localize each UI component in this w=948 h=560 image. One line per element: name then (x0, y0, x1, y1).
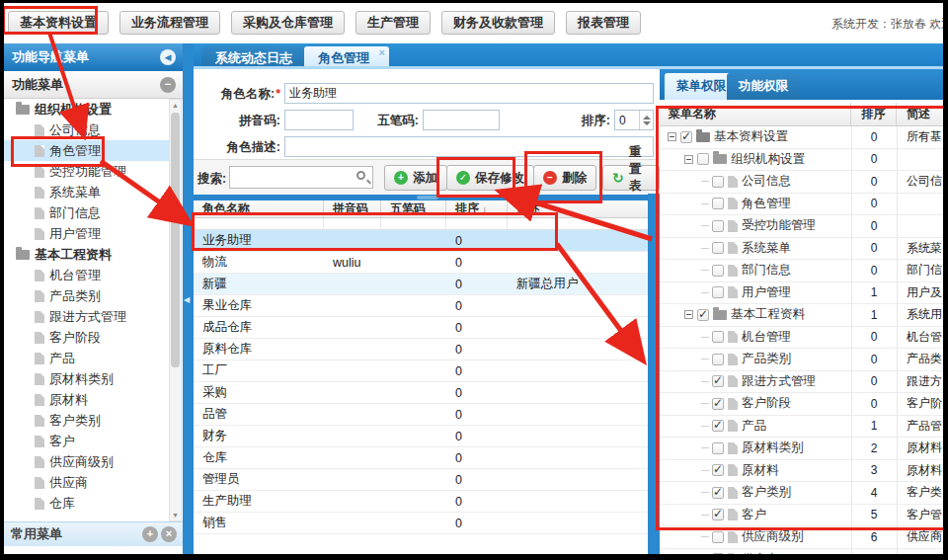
add-button[interactable]: + 添加 (384, 165, 447, 191)
column-header[interactable]: 角色名称 (194, 200, 324, 217)
sidebar-tree-item[interactable]: 供应商级别 (4, 451, 169, 472)
sidebar-tree-item[interactable]: 公司信息 (4, 120, 169, 140)
top-nav-item[interactable]: 财务及收款管理 (441, 11, 555, 35)
sort-spinner[interactable] (639, 111, 653, 129)
table-row[interactable]: 销售0 (194, 513, 648, 534)
permission-checkbox[interactable] (712, 265, 724, 277)
permission-checkbox[interactable] (712, 198, 724, 209)
expand-toggle-icon[interactable] (668, 132, 676, 141)
expand-toggle-icon[interactable] (684, 310, 693, 319)
top-nav-item[interactable]: 采购及仓库管理 (231, 11, 345, 35)
close-circle-icon[interactable]: × (161, 526, 177, 542)
permission-checkbox[interactable] (712, 331, 724, 343)
search-icon[interactable] (356, 171, 365, 180)
sidebar-tree-item[interactable]: 产品类别 (4, 285, 169, 306)
sidebar-tree-item[interactable]: 客户阶段 (4, 327, 169, 348)
add-circle-icon[interactable]: + (142, 526, 158, 542)
permission-tree-row[interactable]: 跟进方式管理0跟进方 (660, 371, 943, 394)
table-row[interactable]: 新疆0新疆总用户 (194, 274, 648, 295)
role-name-input[interactable] (284, 83, 654, 104)
sidebar-tree-item[interactable]: 产品 (4, 348, 169, 368)
table-row[interactable]: 果业仓库0 (194, 295, 648, 317)
permission-checkbox[interactable] (697, 153, 709, 165)
table-row[interactable]: 生产助理0 (194, 491, 648, 513)
sidebar-tree-item[interactable]: 仓库 (4, 493, 169, 514)
permission-tree-row[interactable]: 用户管理1用户及 (660, 282, 943, 305)
permission-checkbox[interactable] (697, 309, 709, 321)
sidebar-tree-item[interactable]: 基本工程资料 (4, 244, 169, 265)
scrollbar-thumb[interactable] (171, 113, 180, 367)
pinyin-input[interactable] (284, 110, 354, 130)
sidebar-tree-item[interactable]: 原材料类别 (4, 368, 169, 389)
role-table-filter-row[interactable] (194, 218, 648, 230)
splitter-collapse-icon[interactable]: ◀ (184, 295, 190, 304)
permission-tree-row[interactable]: 系统菜单0系统菜 (660, 238, 943, 261)
permission-checkbox[interactable] (712, 531, 724, 543)
column-header[interactable]: 简述 (508, 200, 648, 217)
sidebar-tree-item[interactable]: 受控功能管理 (4, 161, 169, 182)
table-row[interactable]: 采购0 (194, 382, 648, 404)
column-header[interactable]: 排序↓ (446, 200, 508, 217)
permission-tree-row[interactable]: 基本资料设置0所有基 (660, 126, 943, 149)
permission-checkbox[interactable] (712, 464, 724, 476)
tab-function-permissions[interactable]: 功能权限 (727, 73, 800, 100)
permission-checkbox[interactable] (712, 286, 724, 298)
sidebar-minimize-icon[interactable]: − (160, 77, 176, 93)
permission-checkbox[interactable] (712, 420, 724, 432)
sidebar-tree-item[interactable]: 原材料 (4, 389, 169, 410)
permission-tree-row[interactable]: 角色管理0 (660, 194, 943, 216)
permission-tree-row[interactable]: 客户阶段0客户阶 (660, 393, 943, 416)
permission-checkbox[interactable] (712, 375, 724, 387)
permission-tree-row[interactable]: 产品1产品管 (660, 416, 943, 439)
permission-checkbox[interactable] (712, 509, 724, 520)
table-row[interactable]: 物流wuliu0 (194, 252, 648, 274)
permission-checkbox[interactable] (712, 176, 724, 188)
sidebar-tree-item[interactable]: 组织机构设置 (4, 99, 169, 120)
sidebar-scrollbar[interactable]: ▲ ▼ (169, 99, 182, 521)
permission-tree-row[interactable]: 原材料3原材料 (660, 460, 943, 483)
sidebar-tree-item[interactable]: 部门信息 (4, 202, 169, 223)
sidebar-splitter[interactable]: ◀ (183, 43, 194, 554)
table-row[interactable]: 工厂0 (194, 360, 648, 382)
save-changes-button[interactable]: ✓ 保存修改 (446, 165, 534, 191)
sidebar-tree-item[interactable]: 系统菜单 (4, 182, 169, 202)
permission-tree-row[interactable]: 受控功能管理0 (660, 215, 943, 238)
reset-form-button[interactable]: ↻ 重置表单 (602, 165, 660, 191)
table-row[interactable]: 管理员0 (194, 469, 648, 491)
top-nav-item[interactable]: 基本资料设置 (8, 11, 109, 35)
permission-checkbox[interactable] (680, 131, 692, 143)
column-header[interactable]: 五笔码 (381, 200, 446, 217)
table-row[interactable]: 成品仓库0 (194, 317, 648, 339)
permission-tree-row[interactable]: 供应商级别6供应商 (660, 526, 943, 549)
wubi-input[interactable] (423, 110, 500, 130)
sidebar-tree-item[interactable]: 跟进方式管理 (4, 306, 169, 327)
permission-tree-row[interactable]: 客户类别4客户类 (660, 482, 943, 505)
sidebar-tree-item[interactable]: 客户类别 (4, 410, 169, 431)
tab-close-icon[interactable]: × (379, 46, 385, 58)
permission-tree-row[interactable]: 原材料类别2原材料 (660, 438, 943, 460)
sidebar-collapse-icon[interactable]: ◀ (160, 49, 176, 65)
permission-checkbox[interactable] (712, 398, 724, 410)
table-row[interactable]: 原料仓库0 (194, 339, 648, 360)
permission-tree-row[interactable]: 机台管理0机台管 (660, 327, 943, 350)
permission-tree-row[interactable]: 部门信息0部门信 (660, 260, 943, 282)
top-nav-item[interactable]: 业务流程管理 (119, 11, 220, 35)
role-desc-input[interactable] (284, 136, 654, 157)
permission-checkbox[interactable] (712, 242, 724, 254)
sidebar-tree-item[interactable]: 机台管理 (4, 265, 169, 285)
permission-checkbox[interactable] (712, 442, 724, 454)
top-nav-item[interactable]: 生产管理 (356, 11, 431, 35)
right-panel-splitter[interactable] (648, 194, 660, 554)
permission-tree-row[interactable]: 客户5客户管 (660, 505, 943, 527)
permission-checkbox[interactable] (712, 220, 724, 232)
sidebar-tree-item[interactable]: 供应商 (4, 472, 169, 493)
top-nav-item[interactable]: 报表管理 (566, 11, 641, 35)
table-row[interactable]: 品管0 (194, 404, 648, 426)
expand-toggle-icon[interactable] (684, 155, 693, 164)
permission-checkbox[interactable] (712, 487, 724, 499)
sidebar-tree-item[interactable]: 角色管理 (4, 140, 169, 161)
permission-tree-row[interactable]: 产品类别0产品类 (660, 349, 943, 371)
delete-button[interactable]: − 删除 (533, 165, 596, 191)
scroll-down-icon[interactable]: ▼ (170, 512, 181, 519)
permission-tree-row[interactable]: 公司信息0公司信 (660, 171, 943, 194)
